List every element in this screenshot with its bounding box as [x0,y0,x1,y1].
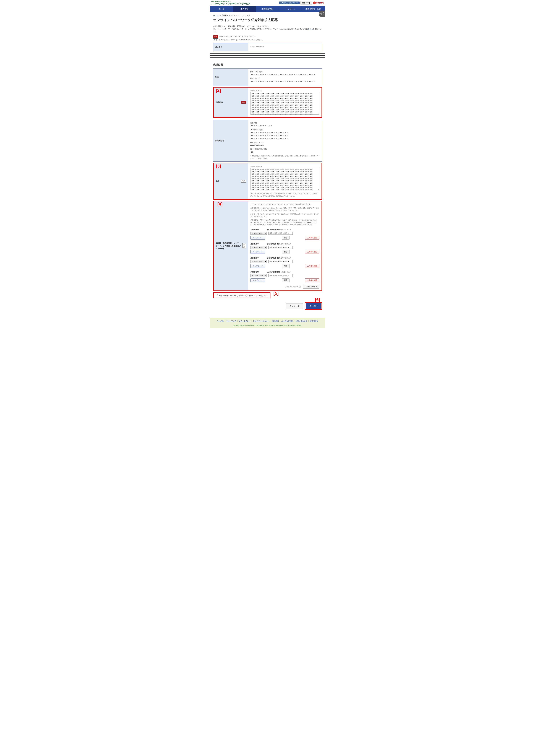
page-title: オンラインハローワーク紹介対象求人応募 [213,18,322,22]
upload-col2-label: その他の応募書類 [267,243,280,245]
upload-button[interactable]: アップロード [250,278,265,282]
name-furigana-label: 氏名（フリガナ） [250,71,320,73]
remarks-textarea[interactable] [250,168,320,190]
doc-type-select[interactable]: ＮＮＮＮＮＮＮ [250,260,267,263]
upload-col2-limit: 全角12文字以内 [280,229,291,230]
delete-row-button[interactable]: 入力欄を削除 [305,278,320,282]
footer-link[interactable]: サイトポリシー [239,320,250,322]
name-furigana-value: ＮＮＮＮＮＮＮＮＮＮＮＮＮＮＮＮＮＮＮＮＮＮＮＮＮＮＮＮＮＮＮＮＮＮＮＮ [250,73,320,76]
res-period-label: 在留期間（満了日） [250,141,320,144]
upload-col1-label: 応募書類等 [250,228,259,230]
res-period-value: 9999年Z9月Z9日 [250,144,320,147]
doc-other-input[interactable] [268,232,293,235]
next-button[interactable]: 次へ進む [306,303,321,309]
delete-file-button[interactable]: 削除 [282,264,290,268]
cancel-button[interactable]: キャンセル [286,303,303,309]
mhlw-text: 厚生労働省 [316,2,324,4]
nav-search[interactable]: 求人検索 [233,6,256,12]
res-other-value: ＮＮＮＮＮＮＮＮＮＮＮＮＮＮＮＮＮＮＮＮＮ ＮＮＮＮＮＮＮＮＮＮＮＮＮＮＮＮＮＮ… [250,131,320,140]
job-no-value: 99999-99999999 [250,45,320,48]
upload-count-note: （4ファイルまで入力可） [284,286,302,288]
res-status-label: 在留資格 [250,122,320,124]
res-permit-label: 資格外活動許可の有無 [250,148,320,151]
upload-col2-label: その他の応募書類 [267,228,280,230]
mhlw-icon [313,2,316,4]
res-permit-value: ＮＮ [250,151,320,154]
motive-textarea[interactable] [250,92,320,115]
marker-5: [5] [273,291,279,296]
breadcrumb: ホーム > 求人検索 > オンラインハローワーク紹介 [213,14,322,16]
footer-link[interactable]: サイトマップ [226,320,236,322]
required-badge: 必須 [213,35,218,38]
crumb-home[interactable]: ホーム [213,15,218,16]
doc-type-select[interactable]: ＮＮＮＮＮＮＮ [250,232,267,235]
upload-note-3: パスワード付きのファイルはシステムでウィルスチェックを行う際にエラーとなりますの… [250,213,320,217]
nav-home[interactable]: ホーム [210,6,233,12]
brand-en: HelloWork Internet Service [211,1,250,2]
doc-other-input[interactable] [268,274,293,277]
res-note: ※求職情報として登録されている内容を自動で表示していますが、変更がある場合は、応… [250,155,320,160]
delete-file-button[interactable]: 削除 [282,236,290,240]
upload-button[interactable]: アップロード [250,250,265,254]
job-no-label: 求人番号 [213,44,248,51]
delete-row-button[interactable]: 入力欄を削除 [305,250,320,254]
doc-type-select[interactable]: ＮＮＮＮＮＮＮ [250,246,267,249]
add-file-button[interactable]: ファイルの追加 [303,285,320,288]
upload-col2-limit: 全角12文字以内 [280,257,291,259]
crumb-search: 求人検索 [220,15,227,16]
doc-other-input[interactable] [268,260,293,263]
doc-type-select[interactable]: ＮＮＮＮＮＮＮ [250,274,267,277]
footer-link[interactable]: 所在地情報 [310,320,318,322]
logout-button[interactable]: ログアウト [300,1,312,5]
optional-badge: 任意 [241,180,246,183]
name-kanji-label: 氏名（漢字） [250,77,320,80]
residence-label: 在留資格等 [213,120,248,162]
upload-note-4: 応募書類は、応募してから選考結果が登録されるまで（求人者がハローワークに通知する… [250,219,320,226]
intro-link[interactable]: こちら [308,28,313,30]
remarks-label: 備考 任意 [213,163,248,199]
res-other-label: その他の在留資格 [250,128,320,131]
required-note: 必須と表示されている項目は、必ず入力してください。 [213,35,322,38]
delete-row-button[interactable]: 入力欄を削除 [305,264,320,268]
intro-line-2: ※オンラインハローワーク紹介は、ハローワークの職業紹介です。応募すると、マイペー… [213,28,322,33]
upload-col1-label: 応募書類等 [250,257,259,259]
upload-button[interactable]: アップロード [250,236,265,240]
consent-label[interactable]: 上記の情報が、求人者による選考に利用されることに同意します。 [215,295,268,296]
section-motive-title: 志望動機 [213,63,322,66]
required-badge: 必須 [241,101,246,104]
delete-row-button[interactable]: 入力欄を削除 [305,236,320,240]
name-label: 氏名 [213,69,248,86]
motive-label: 志望動機 必須 [213,88,248,117]
optional-badge: 任意 [213,38,218,41]
delete-file-button[interactable]: 削除 [282,278,290,282]
footer-link[interactable]: プライバシーポリシー [253,320,269,322]
brand-jp: ハローワーク インターネットサービス [211,2,250,5]
footer-link[interactable]: よくあるご質問 [281,320,293,322]
footer-links: | リンク集 | サイトマップ | サイトポリシー | プライバシーポリシー |… [210,318,325,323]
upload-col2-label: その他の応募書類 [267,257,280,259]
upload-col2-limit: 全角12文字以内 [280,243,291,245]
omitted-section [210,53,325,59]
remarks-limit: 全角600文字以内 [250,165,320,168]
nav-activity[interactable]: 求職活動状況 [256,6,279,12]
nav-message[interactable]: メッセージ [279,6,302,12]
res-status-value: ＮＮＮＮＮＮＮＮＮＮＮＮ [250,124,320,127]
tts-badge[interactable]: 音声読み上げ設定ファイル [279,2,299,4]
footer-link[interactable]: リンク集 [217,320,224,322]
consent-checkbox[interactable] [216,294,218,296]
doc-other-input[interactable] [268,246,293,249]
brand: HelloWork Internet Service ハローワーク インターネッ… [211,1,250,5]
footer-link[interactable]: 利用規約 [272,320,279,322]
upload-note-2: 応募書類のファイルは「doc、docx、xls、xlsx、PDF、JPEG、PN… [250,207,320,211]
mhlw-logo: 厚生労働省 [313,2,324,4]
footer-link[interactable]: お問い合わせ先 [296,320,307,322]
optional-badge: 任意 [242,243,246,248]
upload-col2-limit: 全角12文字以内 [280,271,291,273]
upload-col2-label: その他の応募書類 [267,271,280,273]
delete-file-button[interactable]: 削除 [282,250,290,254]
page-bottom-button[interactable]: ページ最下部へ↓ [319,11,325,17]
upload-button[interactable]: アップロード [250,264,265,268]
remarks-note: 就業上配慮を要する家族がいることや仕事をする上で、身体上注意してもらいたい点など… [250,192,320,197]
name-kanji-value: ＮＮＮＮＮＮＮＮＮＮＮＮＮＮＮＮＮＮＮＮＮＮＮＮＮＮＮＮＮＮＮＮＮＮＮＮ [250,80,320,83]
motive-limit: 全角600文字以内 [250,89,320,92]
